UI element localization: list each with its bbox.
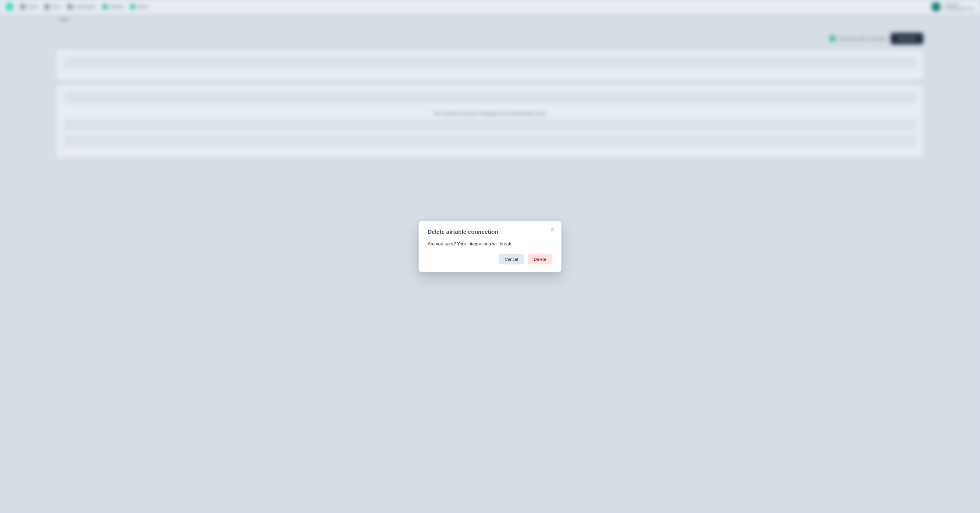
cancel-button[interactable]: Cancel: [498, 254, 524, 264]
modal-actions: Cancel Delete: [428, 254, 552, 264]
modal-body: Are you sure? Your integrations will bre…: [428, 241, 552, 247]
close-button[interactable]: [549, 226, 556, 233]
close-icon: [550, 228, 555, 232]
delete-button[interactable]: Delete: [528, 254, 552, 264]
modal-title: Delete airtable connection: [428, 229, 552, 235]
modal-overlay[interactable]: Delete airtable connection Are you sure?…: [0, 0, 980, 513]
delete-connection-modal: Delete airtable connection Are you sure?…: [418, 221, 562, 272]
